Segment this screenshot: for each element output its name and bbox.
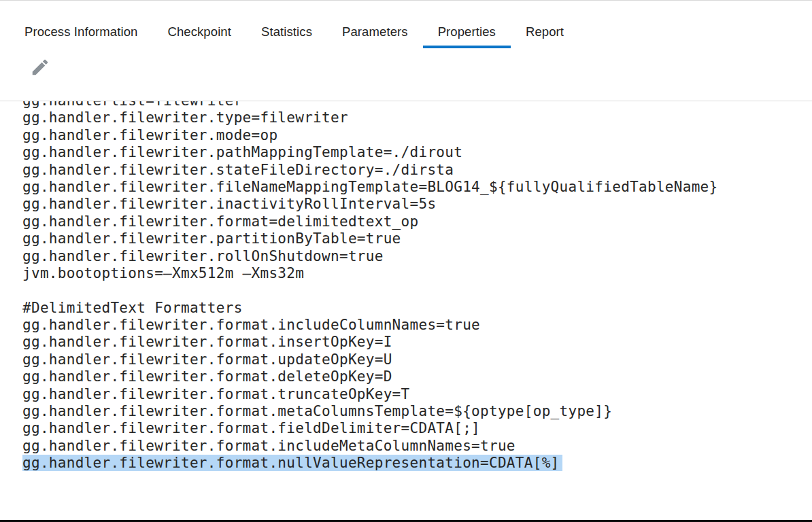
tab-parameters[interactable]: Parameters	[327, 24, 423, 48]
property-line: gg.handler.filewriter.fileNameMappingTem…	[22, 179, 812, 196]
property-line: gg.handler.filewriter.format.truncateOpK…	[22, 386, 812, 403]
property-line: gg.handler.filewriter.format.includeColu…	[22, 317, 812, 334]
process-details-panel: Process Information Checkpoint Statistic…	[0, 0, 812, 522]
property-line: gg.handler.filewriter.stateFileDirectory…	[22, 162, 812, 179]
property-line: gg.handler.filewriter.type=filewriter	[22, 109, 812, 126]
toolbar	[30, 57, 812, 79]
property-line: gg.handler.filewriter.format=delimitedte…	[22, 213, 812, 230]
property-line: gg.handler.filewriter.format.includeMeta…	[22, 438, 812, 455]
property-line: gg.handler.filewriter.format.metaColumns…	[22, 403, 812, 420]
tab-statistics[interactable]: Statistics	[246, 24, 327, 48]
tab-properties[interactable]: Properties	[423, 24, 511, 48]
property-line: gg.handler.filewriter.rollOnShutdown=tru…	[22, 248, 812, 265]
tab-bar: Process Information Checkpoint Statistic…	[10, 24, 812, 48]
tab-report[interactable]: Report	[511, 24, 579, 48]
pencil-icon	[30, 57, 50, 77]
edit-properties-button[interactable]	[30, 57, 52, 79]
property-line-highlighted: gg.handler.filewriter.format.nullValueRe…	[22, 455, 812, 472]
property-line: gg.handler.filewriter.format.deleteOpKey…	[22, 368, 812, 385]
property-line: jvm.bootoptions=–Xmx512m –Xms32m	[22, 265, 812, 282]
property-line: gg.handler.filewriter.inactivityRollInte…	[22, 196, 812, 213]
properties-file-viewport[interactable]: gg.handlerlist=filewritergg.handler.file…	[0, 101, 812, 498]
property-line: gg.handler.filewriter.partitionByTable=t…	[22, 230, 812, 247]
property-line: #DelimitedText Formatters	[22, 300, 812, 317]
property-line: gg.handler.filewriter.format.updateOpKey…	[22, 351, 812, 368]
property-line: gg.handler.filewriter.format.fieldDelimi…	[22, 420, 812, 437]
tab-process-information[interactable]: Process Information	[10, 24, 152, 48]
property-line	[22, 282, 812, 299]
tab-checkpoint[interactable]: Checkpoint	[152, 24, 246, 48]
properties-text: gg.handlerlist=filewritergg.handler.file…	[22, 101, 812, 472]
property-line: gg.handlerlist=filewriter	[22, 101, 812, 109]
property-line: gg.handler.filewriter.mode=op	[22, 127, 812, 144]
property-line: gg.handler.filewriter.pathMappingTemplat…	[22, 144, 812, 161]
property-line: gg.handler.filewriter.format.insertOpKey…	[22, 334, 812, 351]
